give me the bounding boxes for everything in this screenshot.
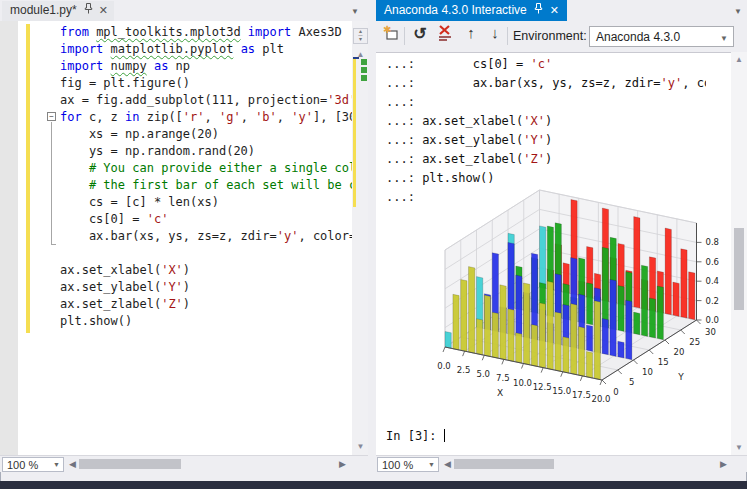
chart-bar (689, 272, 695, 320)
x-tick (580, 376, 582, 381)
fold-marker[interactable]: − (47, 112, 56, 121)
chart-bar (634, 312, 640, 335)
hscroll-right-icon[interactable]: ▶ (339, 459, 346, 469)
interactive-toolbar: ✱ ↺ ↑ ↓ Environment: Anaconda 4.3.0 ▼ (376, 21, 747, 52)
environment-label: Environment: (513, 29, 587, 43)
pin-icon[interactable] (84, 3, 93, 16)
console-zoom-select[interactable]: 100 % ▼ (377, 457, 439, 472)
chevron-down-icon[interactable]: ▼ (734, 7, 742, 16)
tab-title: module1.py* (10, 3, 77, 17)
matplotlib-3d-chart: 0.02.55.07.510.012.515.017.520.005101520… (415, 189, 731, 413)
chart-bar (524, 283, 530, 365)
tab-module1-py[interactable]: module1.py*✕ (2, 1, 114, 21)
history-previous-button[interactable]: ↑ (460, 24, 482, 48)
scroll-down-icon[interactable]: ▼ (352, 441, 369, 453)
code-line: # the first bar of each set will be colo… (60, 177, 352, 194)
chart-bar (571, 304, 577, 375)
hscroll-right-icon[interactable]: ▶ (720, 459, 727, 469)
scroll-down-icon[interactable]: ▼ (731, 442, 747, 454)
reset-button[interactable]: ↺ (409, 24, 431, 48)
code-line: ax.set_zlabel('Z') (60, 296, 352, 313)
hscroll-thumb[interactable] (79, 459, 181, 469)
y-tick (649, 350, 653, 354)
x-tick-label: 5.0 (476, 369, 490, 379)
code-token: ...: (386, 152, 415, 166)
arrow-down-icon: ↓ (491, 24, 499, 41)
history-next-button[interactable]: ↓ (484, 24, 506, 48)
y-tick (665, 340, 669, 344)
chart-bar (665, 228, 671, 315)
code-line: ...: cs[0] = 'c' (386, 55, 706, 74)
editor-code[interactable]: from mpl_toolkits.mplot3d import Axes3Di… (60, 24, 352, 454)
chart-bar (602, 319, 608, 355)
code-token: as (147, 59, 176, 73)
code-line (60, 245, 352, 262)
tab-anaconda-interactive[interactable]: Anaconda 4.3.0 Interactive✕ (376, 0, 567, 21)
code-token: ) (183, 280, 190, 294)
code-token: ...: (386, 76, 415, 90)
console-bottom-bar: 100 % ▼ ◀ ▶ (376, 455, 747, 472)
console-vscrollbar[interactable]: ▲ ▼ (731, 52, 747, 455)
code-line: ...: plt.show() (386, 169, 706, 188)
x-tick-label: 0.0 (437, 361, 451, 371)
chevron-down-icon: ▼ (720, 34, 728, 43)
chart-bar (610, 279, 616, 356)
console-prompt-line[interactable]: In [3]: (386, 427, 445, 446)
z-tick-label: 0.8 (706, 237, 720, 247)
editor-vscrollbar[interactable]: ▴─▾ ▲ ▼ (352, 21, 369, 455)
code-token: as (233, 42, 262, 56)
editor-zoom-select[interactable]: 100 % ▼ (2, 457, 64, 472)
chart-bar (618, 286, 624, 332)
code-token: 'Z' (523, 152, 545, 166)
code-line: cs = [c] * len(xs) (60, 194, 352, 211)
code-token: 'r' (183, 110, 205, 124)
saved-change-mark (361, 75, 367, 81)
scroll-up-icon[interactable]: ▲ (731, 54, 747, 66)
x-tick (443, 347, 445, 352)
editor-tabstrip: module1.py*✕ ▼ (0, 0, 368, 21)
close-icon[interactable]: ✕ (99, 4, 108, 17)
hscroll-left-icon[interactable]: ◀ (69, 459, 76, 469)
pin-icon[interactable] (534, 3, 543, 16)
chart-bar (563, 337, 569, 373)
x-tick (482, 355, 484, 360)
code-token: cs[0] = (60, 212, 147, 226)
environment-combobox[interactable]: Anaconda 4.3.0 ▼ (589, 26, 734, 47)
code-token: plt (262, 42, 284, 56)
x-tick (502, 359, 504, 364)
new-window-icon: ✱ (382, 24, 400, 42)
code-token: ...: (386, 57, 415, 71)
indicator-margin (0, 21, 18, 455)
panel-splitter[interactable] (368, 0, 376, 481)
text-caret (444, 429, 445, 442)
hscroll-left-icon[interactable]: ◀ (444, 459, 451, 469)
new-interactive-window-button[interactable]: ✱ (380, 24, 402, 48)
code-line: ax.set_ylabel('Y') (60, 279, 352, 296)
code-token: 'c' (147, 212, 169, 226)
code-token: ...: (386, 114, 415, 128)
close-icon[interactable]: ✕ (550, 4, 559, 17)
code-token: 'Y' (523, 133, 545, 147)
x-tick-label: 2.5 (457, 365, 471, 375)
interactive-console[interactable]: ...: cs[0] = 'c'...: ax.bar(xs, ys, zs=z… (376, 52, 731, 455)
code-line: import numpy as np (60, 58, 352, 75)
chevron-down-icon: ▼ (53, 461, 60, 468)
code-token: 'Y' (161, 280, 183, 294)
code-token: import (241, 25, 299, 39)
clear-screen-button[interactable] (434, 24, 456, 48)
code-token: ax.set_xlabel( (60, 263, 161, 277)
chart-bar (618, 341, 624, 358)
vscroll-thumb[interactable] (734, 228, 744, 310)
code-token: , (277, 110, 291, 124)
chart-bar (445, 332, 451, 349)
z-tick-label: 0.2 (706, 296, 720, 306)
chevron-down-icon[interactable]: ▼ (351, 7, 359, 16)
code-token: , color=cs) (682, 76, 706, 90)
code-token: ...: (386, 95, 415, 109)
x-tick-label: 17.5 (572, 390, 591, 400)
code-editor[interactable]: − from mpl_toolkits.mplot3d import Axes3… (0, 21, 354, 455)
code-line: ...: ax.set_xlabel('X') (386, 112, 706, 131)
hscroll-thumb[interactable] (454, 459, 554, 469)
split-handle[interactable]: ▴─▾ (353, 28, 368, 44)
y-tick (602, 380, 606, 384)
